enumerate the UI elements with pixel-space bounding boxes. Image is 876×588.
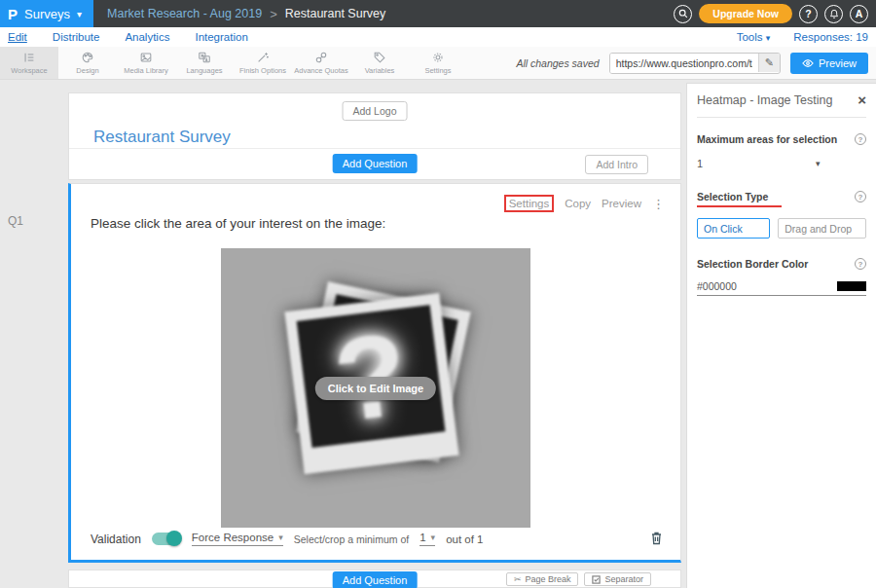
eye-icon — [802, 58, 814, 68]
drag-and-drop-option[interactable]: Drag and Drop — [778, 218, 866, 239]
validation-row: Validation Force Response ▾ Select/crop … — [91, 531, 663, 547]
chain-links-icon — [314, 51, 328, 64]
add-logo-button[interactable]: Add Logo — [343, 101, 408, 121]
chevron-down-icon: ▾ — [278, 533, 283, 542]
tab-analytics[interactable]: Analytics — [125, 31, 169, 43]
magic-wand-icon — [256, 51, 270, 64]
survey-editor-column: Add Logo Restaurant Survey Add Question … — [68, 80, 681, 588]
scissors-icon: ✂ — [514, 574, 522, 584]
min-select-text: Select/crop a minimum of — [294, 533, 409, 545]
breadcrumb: Market Research - Aug 2019 > Restaurant … — [107, 7, 385, 21]
chevron-down-icon: ▾ — [766, 33, 771, 43]
tool-finish-options[interactable]: Finish Options — [234, 47, 292, 79]
surveys-menu-label: Surveys — [24, 7, 70, 21]
color-swatch[interactable] — [837, 281, 866, 291]
workspace-icon — [22, 51, 36, 64]
responses-count[interactable]: Responses: 19 — [793, 31, 868, 43]
main-area: Q1 Add Logo Restaurant Survey Add Questi… — [0, 80, 876, 588]
add-intro-button[interactable]: Add Intro — [585, 155, 648, 174]
surveys-menu[interactable]: P Surveys ▾ — [0, 0, 93, 27]
add-question-button-top[interactable]: Add Question — [333, 154, 418, 173]
tool-advance-quotas[interactable]: Advance Quotas — [292, 47, 350, 79]
trash-icon — [650, 531, 663, 545]
chevron-down-icon: ▾ — [431, 533, 436, 542]
survey-title[interactable]: Restaurant Survey — [93, 128, 231, 147]
border-color-field[interactable]: #000000 — [697, 280, 866, 296]
max-areas-select[interactable]: 1 ▾ — [697, 158, 866, 169]
close-icon[interactable]: × — [858, 92, 866, 107]
separator-checkbox-icon — [592, 575, 601, 584]
upgrade-now-button[interactable]: Upgrade Now — [699, 4, 792, 23]
palette-icon — [81, 51, 94, 64]
search-button[interactable] — [674, 5, 692, 23]
notifications-button[interactable] — [824, 5, 843, 23]
question-text[interactable]: Please click the area of your interest o… — [91, 216, 385, 231]
border-color-value: #000000 — [697, 280, 737, 292]
out-of-text: out of 1 — [446, 533, 483, 545]
toggle-knob — [166, 531, 182, 546]
chevron-down-icon: ▾ — [77, 9, 82, 19]
question-preview-button[interactable]: Preview — [602, 198, 641, 209]
tag-icon — [373, 51, 386, 64]
survey-url-input[interactable] — [610, 54, 758, 73]
question-more-menu-icon[interactable]: ⋮ — [652, 197, 665, 211]
avatar[interactable]: A — [850, 5, 868, 23]
image-icon — [139, 51, 153, 64]
gear-icon — [431, 51, 445, 64]
panel-title: Heatmap - Image Testing — [697, 93, 832, 107]
border-color-label: Selection Border Color — [697, 258, 808, 270]
validation-toggle[interactable] — [152, 533, 181, 545]
selection-type-help-icon[interactable]: ? — [855, 191, 866, 202]
question-copy-button[interactable]: Copy — [565, 198, 591, 209]
on-click-option[interactable]: On Click — [697, 218, 770, 239]
tab-integration[interactable]: Integration — [195, 31, 247, 43]
validation-label: Validation — [91, 533, 141, 546]
delete-question-button[interactable] — [650, 531, 663, 547]
editor-toolbar: Workspace Design Media Library Languages… — [0, 47, 876, 80]
question-settings-button[interactable]: Settings — [504, 195, 555, 212]
help-button[interactable]: ? — [799, 5, 818, 23]
selection-type-label: Selection Type — [697, 191, 782, 207]
panel-divider — [697, 117, 866, 118]
tool-settings[interactable]: Settings — [409, 47, 467, 79]
response-type-select[interactable]: Force Response ▾ — [192, 532, 283, 546]
question-image-placeholder[interactable]: ? Click to Edit Image — [221, 248, 530, 528]
heatmap-settings-panel: Heatmap - Image Testing × Maximum areas … — [686, 83, 876, 588]
section-nav: Edit Distribute Analytics Integration To… — [0, 27, 876, 47]
tool-design[interactable]: Design — [58, 47, 117, 79]
tool-variables[interactable]: Variables — [350, 47, 409, 79]
tab-distribute[interactable]: Distribute — [53, 31, 100, 43]
tool-languages[interactable]: Languages — [175, 47, 234, 79]
bell-icon — [829, 9, 839, 19]
add-question-button-bottom[interactable]: Add Question — [333, 571, 418, 588]
tab-edit[interactable]: Edit — [8, 31, 27, 43]
question-number: Q1 — [8, 214, 23, 228]
question-card: Settings Copy Preview ⋮ Please click the… — [68, 183, 681, 563]
questionpro-logo-icon: P — [8, 6, 18, 22]
tools-menu[interactable]: Tools ▾ — [737, 31, 771, 43]
edit-url-pencil-icon[interactable]: ✎ — [758, 54, 780, 72]
breadcrumb-parent[interactable]: Market Research - Aug 2019 — [107, 7, 262, 20]
search-icon — [678, 9, 688, 18]
max-areas-help-icon[interactable]: ? — [855, 133, 866, 145]
max-areas-label: Maximum areas for selection — [697, 133, 837, 145]
chevron-down-icon: ▾ — [816, 159, 821, 168]
separator-button[interactable]: Separator — [584, 572, 651, 586]
top-bar: P Surveys ▾ Market Research - Aug 2019 >… — [0, 0, 876, 27]
tool-media-library[interactable]: Media Library — [117, 47, 175, 79]
breadcrumb-current: Restaurant Survey — [285, 7, 386, 20]
min-value-select[interactable]: 1 ▾ — [420, 532, 435, 546]
topbar-actions: Upgrade Now ? A — [674, 4, 868, 23]
tool-workspace[interactable]: Workspace — [0, 47, 58, 79]
add-question-strip: Add Question ✂ Page Break Separator — [68, 570, 681, 588]
border-color-help-icon[interactable]: ? — [855, 258, 866, 270]
preview-button[interactable]: Preview — [790, 53, 868, 74]
save-status: All changes saved — [516, 57, 599, 69]
survey-header-card: Add Logo Restaurant Survey Add Question … — [68, 92, 681, 180]
translate-icon — [198, 51, 211, 64]
page-break-button[interactable]: ✂ Page Break — [506, 572, 579, 586]
click-to-edit-image-button[interactable]: Click to Edit Image — [315, 377, 436, 400]
breadcrumb-separator-icon: > — [270, 7, 277, 21]
survey-url-box: ✎ — [609, 53, 781, 74]
